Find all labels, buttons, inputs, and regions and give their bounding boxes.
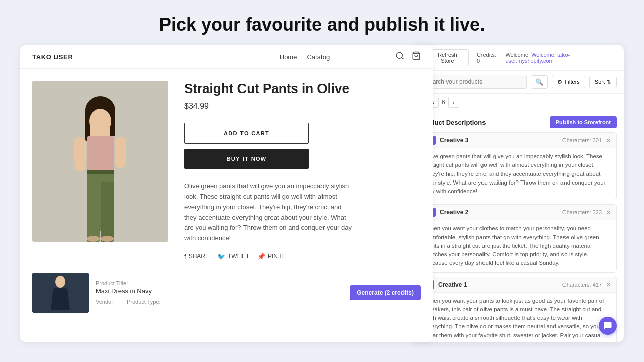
store-header: TAKO USER Home Catalog (20, 45, 433, 69)
tako-section-1: Product Descriptions Publish to Storefro… (413, 111, 624, 342)
facebook-icon: f (184, 253, 186, 260)
creative-item-3: ✓ Creative 3 Characters: 301 ✕ Olive gre… (420, 132, 617, 200)
svg-point-12 (74, 163, 86, 171)
tako-search-row: 🔍 ⚙ Filters Sort ⇅ (413, 71, 624, 94)
buy-now-button[interactable]: BUY IT NOW (184, 149, 309, 169)
pinterest-icon: 📌 (257, 253, 265, 260)
creative1-label: Creative 1 (438, 281, 562, 288)
share-twitter[interactable]: 🐦 TWEET (217, 253, 249, 260)
title-field-label: Product Title: (96, 280, 343, 286)
current-page: 6 (442, 99, 445, 106)
nav-home[interactable]: Home (280, 53, 297, 61)
title-field-value: Maxi Dress in Navy (96, 287, 343, 295)
svg-point-0 (396, 52, 403, 58)
tako-panel: ↻ Refresh Store Credits: 0 Welcome, Welc… (413, 45, 624, 342)
welcome-link[interactable]: Welcome, tako-user.myshopify.com (505, 52, 570, 64)
product-title: Straight Cut Pants in Olive (184, 81, 421, 97)
nav-catalog[interactable]: Catalog (307, 53, 330, 61)
section1-header: Product Descriptions Publish to Storefro… (420, 116, 617, 128)
creative2-label: Creative 2 (440, 209, 562, 216)
second-product-details: Product Title: Maxi Dress in Navy Vendor… (96, 280, 343, 305)
store-icons (395, 51, 421, 62)
sort-icon: ⇅ (607, 79, 611, 85)
second-product-image (32, 273, 89, 313)
sort-button[interactable]: Sort ⇅ (589, 76, 617, 88)
store-logo: TAKO USER (32, 53, 214, 61)
creative3-label: Creative 3 (440, 137, 562, 144)
vendor-label: Vendor: (96, 299, 115, 305)
type-field: Product Type: (127, 299, 161, 305)
svg-point-8 (89, 109, 111, 134)
product-card: TAKO USER Home Catalog (20, 45, 433, 342)
filter-button[interactable]: ⚙ Filters (552, 76, 585, 88)
creative1-close[interactable]: ✕ (606, 281, 611, 288)
tako-header: ↻ Refresh Store Credits: 0 Welcome, Welc… (413, 45, 624, 71)
tako-pagination: ... ‹ 6 › (413, 94, 624, 111)
svg-point-13 (115, 160, 126, 168)
twitter-icon: 🐦 (217, 253, 225, 260)
share-facebook[interactable]: f SHARE (184, 253, 209, 260)
product-image (32, 81, 168, 242)
cart-icon[interactable] (412, 51, 421, 62)
page-heading: Pick your favourite and publish it live. (0, 0, 644, 45)
svg-rect-15 (87, 182, 100, 242)
creative1-header: ✓ Creative 1 Characters: 417 ✕ (420, 277, 616, 293)
search-icon[interactable] (395, 51, 405, 62)
product-price: $34.99 (184, 102, 421, 111)
svg-point-18 (87, 236, 100, 242)
svg-rect-10 (74, 137, 86, 165)
creative3-header: ✓ Creative 3 Characters: 301 ✕ (420, 133, 616, 148)
creative-item-2: ✓ Creative 2 Characters: 323 ✕ When you … (420, 204, 617, 272)
svg-point-19 (101, 236, 114, 242)
svg-rect-17 (87, 170, 114, 174)
svg-line-1 (401, 57, 403, 59)
svg-point-21 (55, 276, 65, 288)
tweet-label: TWEET (228, 253, 249, 260)
creative3-chars: Characters: 301 (562, 137, 602, 143)
product-description: Olive green pants that will give you an … (184, 181, 355, 244)
generate-button[interactable]: Generate (2 credits) (350, 285, 421, 300)
product-details: Straight Cut Pants in Olive $34.99 ADD T… (184, 81, 421, 260)
store-nav: Home Catalog (214, 53, 395, 61)
creative-item-1: ✓ Creative 1 Characters: 417 ✕ When you … (420, 277, 617, 342)
creative2-chars: Characters: 323 (562, 209, 602, 215)
filter-icon: ⚙ (557, 79, 562, 85)
creative3-close[interactable]: ✕ (606, 137, 611, 144)
type-label: Product Type: (127, 299, 161, 305)
svg-rect-9 (87, 136, 114, 171)
creative3-body: Olive green pants that will give you an … (420, 148, 616, 200)
share-label: SHARE (189, 253, 209, 260)
page-next-button[interactable]: › (448, 97, 459, 108)
creative1-chars: Characters: 417 (562, 282, 602, 288)
credits-badge: Credits: 0 (477, 52, 501, 64)
chat-bubble-button[interactable] (599, 317, 617, 335)
share-pinterest[interactable]: 📌 PIN IT (257, 253, 285, 260)
social-share: f SHARE 🐦 TWEET 📌 PIN IT (184, 253, 421, 260)
vendor-field: Vendor: (96, 299, 115, 305)
search-button[interactable]: 🔍 (531, 75, 548, 89)
add-to-cart-button[interactable]: ADD TO CART (184, 123, 309, 144)
creative1-body: When you want your pants to look just as… (420, 293, 616, 342)
pin-label: PIN IT (268, 253, 285, 260)
second-product-row: Product Title: Maxi Dress in Navy Vendor… (20, 273, 433, 313)
product-image-area (32, 81, 168, 260)
welcome-text: Welcome, Welcome, tako-user.myshopify.co… (505, 52, 617, 64)
product-search-input[interactable] (420, 75, 527, 89)
svg-rect-16 (101, 182, 114, 242)
creative2-close[interactable]: ✕ (606, 209, 611, 216)
creative2-header: ✓ Creative 2 Characters: 323 ✕ (420, 205, 616, 220)
creative2-body: When you want your clothes to match your… (420, 220, 616, 272)
publish-storefront-button-1[interactable]: Publish to Storefront (550, 116, 617, 128)
product-content: Straight Cut Pants in Olive $34.99 ADD T… (20, 69, 433, 273)
